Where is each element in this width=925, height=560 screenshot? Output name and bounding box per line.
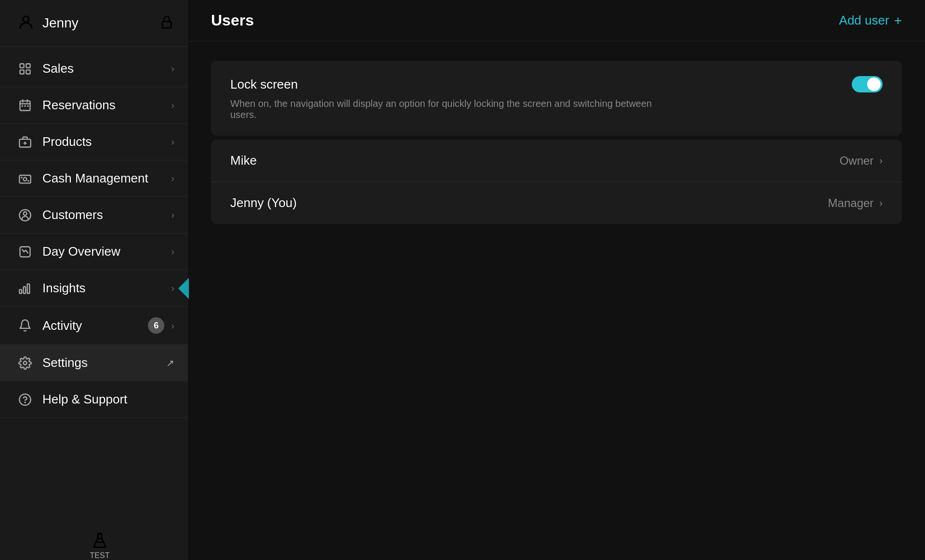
cash-icon (17, 172, 33, 185)
add-user-button[interactable]: Add user + (839, 13, 902, 28)
sidebar-item-sales-label: Sales (42, 61, 74, 76)
sidebar-item-insights[interactable]: Insights › (0, 270, 188, 307)
svg-rect-25 (27, 284, 30, 293)
help-icon (17, 393, 33, 406)
svg-rect-3 (26, 64, 30, 67)
chevron-right-icon: › (879, 197, 883, 208)
lock-screen-description: When on, the navigation will display an … (230, 98, 664, 120)
sidebar-item-settings[interactable]: Settings ↗ (0, 345, 188, 381)
lock-screen-label: Lock screen (230, 77, 298, 92)
sidebar-nav: Sales › Reservations (0, 47, 188, 521)
svg-rect-4 (20, 70, 24, 74)
chevron-right-icon: › (171, 320, 174, 331)
chevron-right-icon: › (171, 173, 174, 184)
sidebar-item-sales-left: Sales (17, 61, 74, 76)
chevron-right-icon: › (171, 63, 174, 74)
sidebar-item-help-label: Help & Support (42, 392, 127, 407)
svg-rect-5 (26, 70, 30, 74)
day-overview-icon (17, 245, 33, 259)
svg-rect-16 (19, 175, 30, 183)
test-badge-area: TEST (12, 532, 188, 560)
sidebar-item-activity-label: Activity (42, 318, 82, 333)
insights-icon (17, 282, 33, 295)
user-name-mike: Mike (230, 153, 257, 168)
sidebar-item-customers-left: Customers (17, 208, 103, 222)
main-content: Users Add user + Lock screen When on, th… (188, 0, 925, 560)
sidebar-header-left: Jenny (17, 13, 79, 33)
user-row-jenny[interactable]: Jenny (You) Manager › (211, 182, 902, 224)
sidebar-item-day-overview[interactable]: Day Overview › (0, 234, 188, 270)
content-area: Lock screen When on, the navigation will… (188, 41, 925, 560)
settings-icon (17, 356, 33, 370)
sidebar-item-reservations-label: Reservations (42, 98, 116, 113)
activity-right: 6 › (148, 317, 174, 334)
sidebar-header: Jenny (0, 0, 188, 47)
insights-active-arrow (178, 278, 189, 299)
sidebar-item-sales[interactable]: Sales › (0, 51, 188, 87)
sidebar-item-reservations-left: Reservations (17, 98, 116, 113)
user-list: Mike Owner › Jenny (You) Manager › (211, 140, 902, 224)
sidebar-item-day-overview-label: Day Overview (42, 244, 120, 259)
user-role-area-mike: Owner › (840, 154, 883, 168)
activity-icon (17, 319, 33, 332)
top-bar: Users Add user + (188, 0, 925, 41)
svg-rect-2 (20, 64, 24, 67)
svg-rect-23 (19, 289, 22, 293)
sidebar-item-customers[interactable]: Customers › (0, 197, 188, 234)
svg-point-0 (23, 16, 29, 22)
svg-point-17 (24, 177, 27, 181)
svg-point-26 (24, 361, 27, 365)
sidebar-item-help-left: Help & Support (17, 392, 127, 407)
sales-icon (17, 62, 33, 76)
test-label: TEST (90, 551, 110, 560)
sidebar-item-reservations[interactable]: Reservations › (0, 87, 188, 124)
test-badge[interactable]: TEST (90, 532, 110, 560)
add-user-label: Add user (839, 13, 889, 28)
chevron-right-icon: › (171, 209, 174, 221)
sidebar-item-products-left: Products (17, 134, 92, 149)
chevron-right-icon: › (171, 100, 174, 111)
user-avatar-icon (17, 13, 35, 33)
user-role-jenny: Manager (828, 196, 874, 210)
sidebar-item-help-support[interactable]: Help & Support (0, 381, 188, 418)
chevron-right-icon: › (879, 155, 883, 166)
lock-screen-card: Lock screen When on, the navigation will… (211, 61, 902, 136)
activity-badge: 6 (148, 317, 164, 334)
sidebar-item-insights-left: Insights (17, 281, 86, 296)
sidebar-item-activity[interactable]: Activity 6 › (0, 307, 188, 345)
toggle-knob (867, 78, 881, 91)
sidebar-item-products[interactable]: Products › (0, 124, 188, 160)
sidebar-item-activity-left: Activity (17, 318, 82, 333)
chevron-right-icon: › (171, 246, 174, 257)
settings-arrow-icon: ↗ (166, 357, 174, 369)
user-name-jenny: Jenny (You) (230, 195, 297, 210)
products-icon (17, 135, 33, 149)
lock-screen-toggle[interactable] (852, 76, 883, 92)
sidebar-item-day-overview-left: Day Overview (17, 244, 120, 259)
chevron-right-icon: › (171, 283, 174, 294)
sidebar: Jenny Sales › (0, 0, 188, 560)
plus-icon: + (894, 13, 902, 28)
lock-screen-row: Lock screen (230, 76, 883, 92)
sidebar-item-products-label: Products (42, 134, 92, 149)
sidebar-username: Jenny (42, 15, 79, 31)
svg-rect-1 (162, 22, 172, 28)
user-role-mike: Owner (840, 154, 874, 168)
sidebar-item-settings-left: Settings (17, 355, 88, 370)
sidebar-item-cash-management[interactable]: Cash Management › (0, 160, 188, 197)
reservations-icon (17, 99, 33, 112)
svg-rect-24 (24, 287, 26, 293)
sidebar-item-customers-label: Customers (42, 208, 103, 222)
lock-icon[interactable] (159, 14, 174, 32)
user-row-mike[interactable]: Mike Owner › (211, 140, 902, 182)
chevron-right-icon: › (171, 136, 174, 147)
sidebar-item-settings-label: Settings (42, 355, 88, 370)
user-role-area-jenny: Manager › (828, 196, 883, 210)
sidebar-item-cash-left: Cash Management (17, 171, 148, 186)
customers-icon (17, 208, 33, 222)
sidebar-item-cash-label: Cash Management (42, 171, 148, 186)
sidebar-item-insights-label: Insights (42, 281, 86, 296)
insights-right: › (171, 283, 174, 294)
svg-rect-22 (20, 247, 30, 257)
page-title: Users (211, 12, 254, 29)
